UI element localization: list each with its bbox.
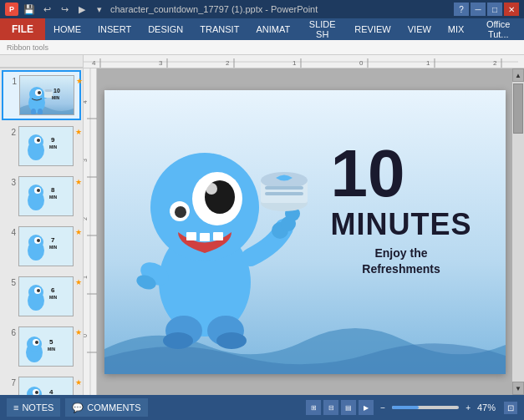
slide-thumb-6[interactable]: 6 5 MIN ★ xyxy=(2,322,81,371)
redo-quick-btn[interactable]: ↪ xyxy=(57,2,72,17)
scrollbar-right[interactable]: ▲ ▼ xyxy=(512,68,524,395)
window-title: character_countdown_17797 (1).pptx - Pow… xyxy=(110,4,318,14)
review-menu[interactable]: REVIEW xyxy=(346,18,399,40)
svg-text:6: 6 xyxy=(51,286,55,294)
svg-text:MIN: MIN xyxy=(48,347,56,352)
mix-menu[interactable]: MIX xyxy=(440,18,473,40)
fit-to-window-btn[interactable]: ⊡ xyxy=(504,402,517,414)
comments-button[interactable]: 💬 COMMENTS xyxy=(65,398,147,417)
home-menu[interactable]: HOME xyxy=(45,18,89,40)
svg-text:MIN: MIN xyxy=(49,295,58,300)
scroll-up-arrow[interactable]: ▲ xyxy=(512,68,524,82)
zoom-minus[interactable]: − xyxy=(380,403,385,412)
slide-img-6: 5 MIN xyxy=(18,326,74,367)
svg-point-38 xyxy=(37,189,40,192)
svg-rect-101 xyxy=(186,232,196,240)
slide-star-1: ★ xyxy=(76,75,83,85)
svg-rect-22 xyxy=(45,89,52,92)
svg-text:2: 2 xyxy=(226,59,230,67)
zoom-plus[interactable]: + xyxy=(465,403,471,412)
svg-rect-41 xyxy=(19,227,74,266)
slide-main: 10 MINUTES Enjoy the Refreshments xyxy=(104,90,506,374)
scroll-down-arrow[interactable]: ▼ xyxy=(512,382,524,395)
svg-text:2: 2 xyxy=(84,217,88,220)
quick-access-toolbar: 💾 ↩ ↪ ▶ ▾ xyxy=(22,2,107,17)
svg-point-116 xyxy=(163,332,193,349)
status-bar: ≡ NOTES 💬 COMMENTS ⊞ ⊟ ▤ ▶ − + 47% ⊡ xyxy=(0,395,524,420)
svg-rect-112 xyxy=(265,186,303,190)
countdown-number: 10 xyxy=(331,140,472,207)
slideshow-menu[interactable]: SLIDE SH xyxy=(298,18,346,40)
animat-menu[interactable]: ANIMAT xyxy=(247,18,298,40)
scroll-thumb[interactable] xyxy=(513,83,523,134)
notes-button[interactable]: ≡ NOTES xyxy=(7,398,60,417)
slide-star-6: ★ xyxy=(75,326,82,337)
slide-sorter-btn[interactable]: ⊟ xyxy=(323,400,338,415)
undo-quick-btn[interactable]: ↩ xyxy=(39,2,54,17)
office-tut-menu[interactable]: Office Tut... xyxy=(472,18,524,40)
slide-num-2: 2 xyxy=(4,126,16,137)
insert-menu[interactable]: INSERT xyxy=(89,18,140,40)
file-menu[interactable]: FILE xyxy=(0,18,45,40)
ruler-horizontal: 4 3 2 1 0 1 2 xyxy=(84,55,524,68)
svg-rect-113 xyxy=(265,192,303,195)
svg-rect-103 xyxy=(213,232,223,240)
svg-text:4: 4 xyxy=(92,59,96,67)
svg-text:1: 1 xyxy=(84,276,88,279)
slide-star-3: ★ xyxy=(75,176,82,186)
svg-point-45 xyxy=(37,239,40,242)
scroll-track[interactable] xyxy=(512,82,524,382)
svg-point-59 xyxy=(35,341,38,344)
powerpoint-icon: P xyxy=(5,3,18,16)
zoom-slider[interactable] xyxy=(392,406,459,409)
comments-icon: 💬 xyxy=(72,402,84,413)
canvas-wrapper: 4 3 2 1 0 xyxy=(84,68,524,395)
slide-thumb-2[interactable]: 2 9 MIN ★ xyxy=(2,122,81,170)
svg-rect-34 xyxy=(19,177,74,216)
svg-text:5: 5 xyxy=(49,338,53,346)
slide-star-4: ★ xyxy=(75,226,82,236)
svg-point-98 xyxy=(206,183,217,195)
minimize-button[interactable]: ─ xyxy=(471,3,486,16)
design-menu[interactable]: DESIGN xyxy=(140,18,191,40)
slide-img-1: 10 MIN xyxy=(19,75,74,115)
monster-character xyxy=(121,115,313,349)
slide-panel[interactable]: 1 xyxy=(0,68,84,395)
transit-menu[interactable]: TRANSIT xyxy=(191,18,247,40)
slide-thumb-3[interactable]: 3 8 MIN ★ xyxy=(2,172,81,220)
canvas-area[interactable]: 10 MINUTES Enjoy the Refreshments xyxy=(97,68,512,395)
slide-star-5: ★ xyxy=(75,276,82,286)
title-bar-left: P 💾 ↩ ↪ ▶ ▾ character_countdown_17797 (1… xyxy=(5,2,318,17)
maximize-button[interactable]: □ xyxy=(487,3,502,16)
slide-star-2: ★ xyxy=(75,126,82,136)
customize-btn[interactable]: ▾ xyxy=(92,2,107,17)
svg-text:MIN: MIN xyxy=(49,144,58,149)
slide-img-4: 7 MIN xyxy=(18,226,74,266)
slideshow-btn[interactable]: ▶ xyxy=(359,400,374,415)
slide-num-7: 7 xyxy=(4,377,16,387)
main-area: 1 xyxy=(0,68,524,395)
save-quick-btn[interactable]: 💾 xyxy=(22,2,37,17)
menu-bar: FILE HOME INSERT DESIGN TRANSIT ANIMAT S… xyxy=(0,18,524,40)
svg-text:MIN: MIN xyxy=(52,95,60,100)
slide-thumb-7[interactable]: 7 4 MIN ★ xyxy=(2,372,81,395)
ribbon-placeholder: Ribbon tools xyxy=(7,43,48,52)
svg-text:10: 10 xyxy=(53,88,60,94)
present-quick-btn[interactable]: ▶ xyxy=(74,2,89,17)
close-button[interactable]: ✕ xyxy=(504,3,519,16)
help-button[interactable]: ? xyxy=(454,3,469,16)
slide-thumb-1[interactable]: 1 xyxy=(2,70,81,120)
svg-point-24 xyxy=(38,109,43,115)
slide-img-2: 9 MIN xyxy=(18,126,74,166)
view-menu[interactable]: VIEW xyxy=(399,18,440,40)
reading-view-btn[interactable]: ▤ xyxy=(341,400,356,415)
svg-point-52 xyxy=(37,289,40,292)
slide-star-7: ★ xyxy=(75,377,82,387)
slide-thumb-4[interactable]: 4 7 MIN ★ xyxy=(2,222,81,271)
normal-view-btn[interactable]: ⊞ xyxy=(306,400,321,415)
slide-img-5: 6 MIN xyxy=(18,276,74,316)
slide-img-7: 4 MIN xyxy=(18,377,74,395)
ruler-corner xyxy=(0,55,84,68)
slide-thumb-5[interactable]: 5 6 MIN ★ xyxy=(2,272,81,321)
svg-text:8: 8 xyxy=(51,186,55,194)
